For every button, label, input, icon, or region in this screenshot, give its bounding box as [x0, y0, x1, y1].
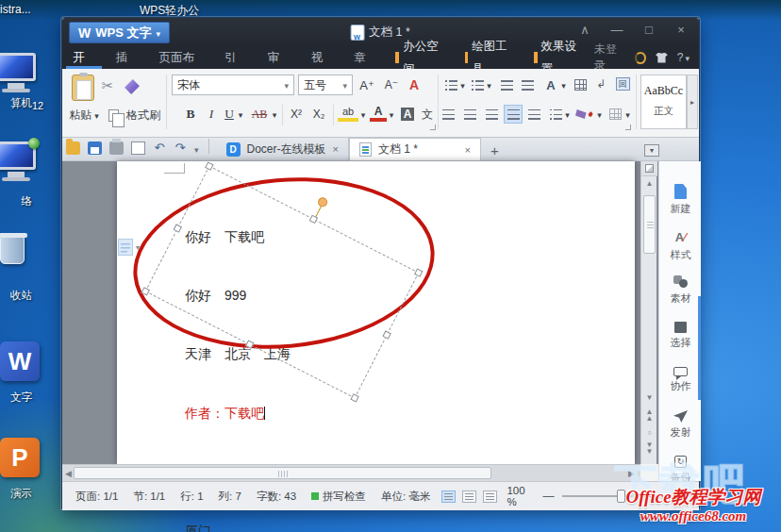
print-preview-button[interactable] — [131, 141, 145, 155]
font-name-select[interactable]: 宋体 — [172, 75, 294, 95]
borders-menu-button[interactable] — [623, 108, 632, 122]
wps-app-menu-button[interactable]: W WPS 文字 — [69, 22, 170, 43]
bullets-menu-button[interactable] — [458, 79, 467, 92]
paragraph-dialog-launcher[interactable] — [625, 125, 631, 130]
text-tool-menu-button[interactable] — [559, 79, 568, 92]
copy-button[interactable] — [104, 107, 123, 124]
outline-view-button[interactable] — [462, 490, 476, 503]
align-left-button[interactable] — [440, 107, 457, 122]
resize-handle-top-left[interactable] — [205, 161, 213, 170]
style-gallery-scroll[interactable]: ▸ — [687, 75, 698, 129]
font-dialog-launcher[interactable] — [430, 125, 436, 130]
sidebar-item-new[interactable]: 新建 — [659, 184, 702, 216]
tab-page-layout[interactable]: 页面布局 — [149, 46, 215, 69]
print-button[interactable] — [109, 141, 124, 155]
superscript-button[interactable]: X² — [285, 105, 307, 124]
justify-button[interactable] — [504, 105, 523, 124]
pinyin-guide-button[interactable]: 文 — [419, 105, 436, 124]
shading-menu-button[interactable] — [595, 108, 604, 122]
select-browse-object-button[interactable]: ○ — [641, 429, 657, 436]
status-page[interactable]: 页面: 1/1 — [68, 490, 125, 504]
tab-references[interactable]: 引用 — [214, 46, 258, 69]
doc-tab-document1[interactable]: 文档 1 * × — [349, 138, 481, 160]
window-list-button[interactable]: ▾ — [644, 144, 659, 157]
sidebar-item-styles[interactable]: A∕ 样式 — [659, 230, 702, 262]
close-tab-icon[interactable]: × — [465, 144, 471, 156]
close-button[interactable]: × — [671, 21, 691, 40]
tab-home[interactable]: 开始 — [62, 46, 106, 69]
sidebar-item-collaborate[interactable]: 协作 — [659, 365, 702, 393]
ruler-toggle-button[interactable] — [641, 161, 657, 176]
previous-page-button[interactable]: ▲▲ — [641, 408, 657, 422]
doc-line-author[interactable]: 作者：下载吧 — [185, 404, 374, 424]
align-center-button[interactable] — [461, 107, 478, 122]
highlight-menu-button[interactable] — [358, 108, 368, 122]
increase-indent-button[interactable] — [519, 76, 536, 93]
underline-menu-button[interactable] — [236, 108, 245, 122]
document-page[interactable]: 你好 下载吧 你好 999 天津 北京 上海 作者：下载吧 广州 这里很大啊 很… — [117, 161, 635, 464]
desktop-label-administrator[interactable]: istra... — [0, 3, 31, 16]
shading-button[interactable] — [575, 107, 592, 122]
horizontal-scroll-thumb[interactable] — [74, 467, 491, 479]
spell-check-status[interactable]: 拼写检查 — [304, 490, 374, 504]
cut-button[interactable] — [98, 76, 117, 95]
tab-insert[interactable]: 插入 — [106, 46, 149, 69]
doc-tab-docer[interactable]: D Docer-在线模板 × — [217, 138, 349, 160]
tab-view[interactable]: 视图 — [301, 46, 344, 69]
undo-button[interactable]: ↶ — [153, 141, 166, 155]
tab-office-space[interactable]: 办公空间 — [387, 46, 456, 69]
font-color-button[interactable]: A — [370, 105, 387, 122]
text-direction-button[interactable]: 回 — [613, 75, 632, 93]
shrink-font-button[interactable]: A⁻ — [381, 75, 402, 95]
borders-button[interactable] — [607, 107, 623, 122]
skin-icon[interactable] — [635, 52, 646, 64]
web-view-button[interactable] — [483, 490, 497, 503]
insert-table-button[interactable] — [572, 76, 589, 93]
quick-access-menu-button[interactable] — [194, 140, 199, 157]
horizontal-scrollbar[interactable]: ◀ ▶ — [62, 464, 640, 481]
vertical-scroll-thumb[interactable] — [643, 195, 656, 254]
doc-line[interactable]: 厦门 — [185, 522, 374, 532]
paste-options-button[interactable]: ▾ — [118, 239, 140, 256]
next-page-button[interactable]: ▼▼ — [641, 441, 657, 455]
tab-review[interactable]: 审阅 — [258, 46, 301, 69]
tab-section[interactable]: 章节 — [344, 46, 388, 69]
save-button[interactable] — [88, 141, 102, 155]
sidebar-item-launch[interactable]: 发射 — [659, 410, 702, 440]
status-section[interactable]: 节: 1/1 — [125, 490, 173, 504]
decrease-indent-button[interactable] — [498, 76, 515, 93]
tab-drawing-tools[interactable]: 绘图工具 — [457, 46, 525, 69]
font-color-menu-button[interactable] — [387, 108, 396, 122]
zoom-level[interactable]: 100 % — [507, 485, 535, 507]
tab-effect-settings[interactable]: 效果设置 — [525, 46, 594, 69]
style-gallery-item-normal[interactable]: AaBbCc 正文 — [640, 75, 687, 129]
resize-handle-left[interactable] — [174, 224, 182, 232]
sidebar-item-materials[interactable]: 素材 — [659, 275, 702, 306]
font-size-select[interactable]: 五号 — [298, 75, 353, 95]
highlight-button[interactable]: ab — [338, 105, 358, 122]
char-shading-button[interactable]: A — [398, 105, 417, 124]
format-painter-icon-button[interactable] — [121, 76, 143, 97]
status-word-count[interactable]: 字数: 43 — [249, 490, 304, 504]
maximize-button[interactable]: □ — [639, 21, 659, 40]
scroll-up-button[interactable]: ▲ — [641, 179, 657, 188]
line-spacing-menu-button[interactable] — [563, 108, 572, 122]
scroll-left-button[interactable]: ◀ — [65, 467, 72, 480]
clear-format-button[interactable]: A — [404, 75, 424, 95]
close-tab-icon[interactable]: × — [333, 143, 339, 155]
help-button[interactable]: ? — [677, 51, 690, 64]
sidebar-item-select[interactable]: 选择 — [659, 322, 702, 350]
strikethrough-button[interactable]: AB — [247, 105, 272, 124]
minimize-button[interactable]: — — [607, 21, 627, 40]
text-tool-button[interactable]: A — [541, 75, 560, 95]
sidebar-scroll-indicator[interactable] — [698, 296, 701, 400]
align-right-button[interactable] — [483, 107, 500, 122]
show-marks-button[interactable]: ↲ — [592, 75, 609, 93]
vertical-scrollbar[interactable]: ▲ ▼ ▲▲ ○ ▼▼ — [640, 161, 656, 464]
clothes-skin-icon[interactable] — [656, 53, 668, 63]
status-unit[interactable]: 单位: 毫米 — [374, 490, 438, 504]
grow-font-button[interactable]: A⁺ — [357, 75, 377, 95]
page-view-button[interactable] — [441, 490, 456, 503]
paste-button[interactable] — [69, 73, 97, 103]
numbering-button[interactable] — [469, 76, 486, 93]
